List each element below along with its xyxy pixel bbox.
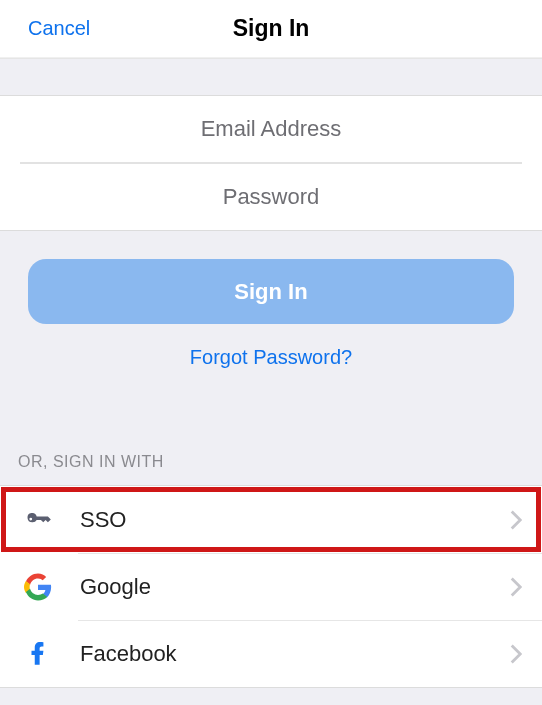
- facebook-icon: [20, 636, 56, 672]
- gray-strip: [0, 58, 542, 96]
- forgot-password-link[interactable]: Forgot Password?: [28, 346, 514, 369]
- divider-label: OR, SIGN IN WITH: [18, 453, 524, 471]
- key-icon: [20, 502, 56, 538]
- email-row: [20, 96, 522, 163]
- provider-sso[interactable]: SSO: [0, 486, 542, 553]
- provider-label: SSO: [80, 507, 126, 533]
- email-field[interactable]: [20, 96, 522, 162]
- password-field[interactable]: [20, 163, 522, 230]
- provider-label: Google: [80, 574, 151, 600]
- signin-form: [0, 96, 542, 231]
- password-row: [20, 163, 522, 230]
- header-bar: Cancel Sign In: [0, 0, 542, 58]
- provider-list: SSO Google Facebook: [0, 485, 542, 688]
- divider-area: OR, SIGN IN WITH: [0, 399, 542, 485]
- footer-gray: [0, 688, 542, 705]
- provider-label: Facebook: [80, 641, 177, 667]
- cancel-button[interactable]: Cancel: [0, 17, 90, 40]
- chevron-right-icon: [510, 510, 522, 530]
- actions-area: Sign In Forgot Password?: [0, 231, 542, 399]
- signin-button[interactable]: Sign In: [28, 259, 514, 324]
- chevron-right-icon: [510, 577, 522, 597]
- provider-facebook[interactable]: Facebook: [0, 620, 542, 687]
- provider-google[interactable]: Google: [0, 553, 542, 620]
- chevron-right-icon: [510, 644, 522, 664]
- google-icon: [20, 569, 56, 605]
